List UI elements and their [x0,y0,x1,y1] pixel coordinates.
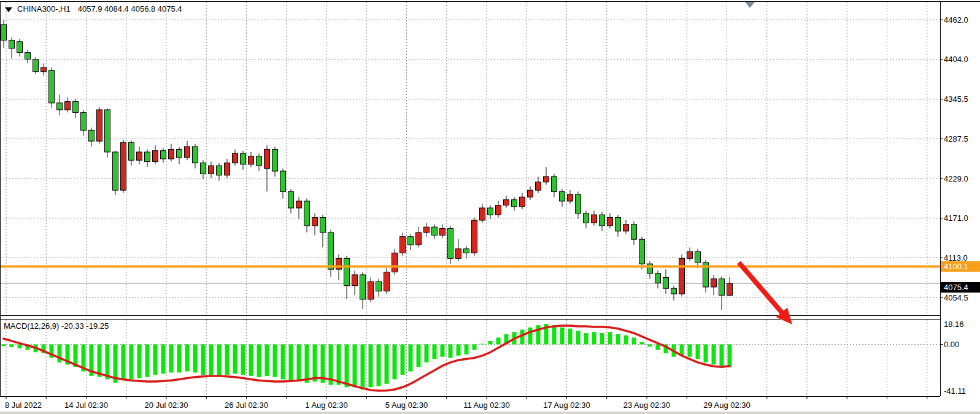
ohlc-values: 4057.9 4084.4 4056.8 4075.4 [78,4,182,13]
price-axis-label: 4404.0 [944,55,968,64]
chart-window: CHINA300-,H14057.9 4084.4 4056.8 4075.4 … [0,0,980,414]
macd-axis-label: 0.00 [944,340,959,349]
level-price-badge: 4100.1 [941,261,980,272]
time-axis-label: 20 Jul 02:30 [145,401,188,410]
window-edge [0,412,980,414]
price-axis-label: 4171.0 [944,213,968,223]
price-axis-label: 4054.5 [944,293,968,302]
time-axis-label: 1 Aug 02:30 [305,401,347,410]
price-axis-label: 4287.5 [944,134,968,144]
macd-indicator-label: MACD(12,26,9) -20.33 -19.25 [4,321,109,331]
chart-canvas[interactable] [0,0,980,414]
current-price-badge: 4075.4 [941,282,980,293]
time-axis-label: 26 Jul 02:30 [225,401,268,410]
macd-axis-label: -41.11 [944,386,966,396]
down-arrow-annotation[interactable] [739,263,792,324]
symbol-label: CHINA300-,H1 [17,4,71,13]
price-axis-label: 4345.5 [944,94,968,104]
price-axis-label: 4229.0 [944,174,968,183]
time-axis-label: 29 Aug 02:30 [703,401,750,410]
time-axis-label: 8 Jul 2022 [5,401,42,410]
chart-title: CHINA300-,H14057.9 4084.4 4056.8 4075.4 [5,4,182,13]
time-axis-label: 14 Jul 02:30 [64,401,108,410]
scroll-position-icon [745,2,755,8]
time-axis-label: 11 Aug 02:30 [463,401,510,410]
time-axis-label: 5 Aug 02:30 [385,401,428,410]
price-axis-label: 4462.0 [944,15,968,25]
time-axis-label: 23 Aug 02:30 [623,401,671,410]
macd-axis-label: 18.16 [944,320,964,329]
time-axis-label: 17 Aug 02:30 [543,401,590,410]
symbol-dropdown-icon[interactable] [5,7,12,12]
